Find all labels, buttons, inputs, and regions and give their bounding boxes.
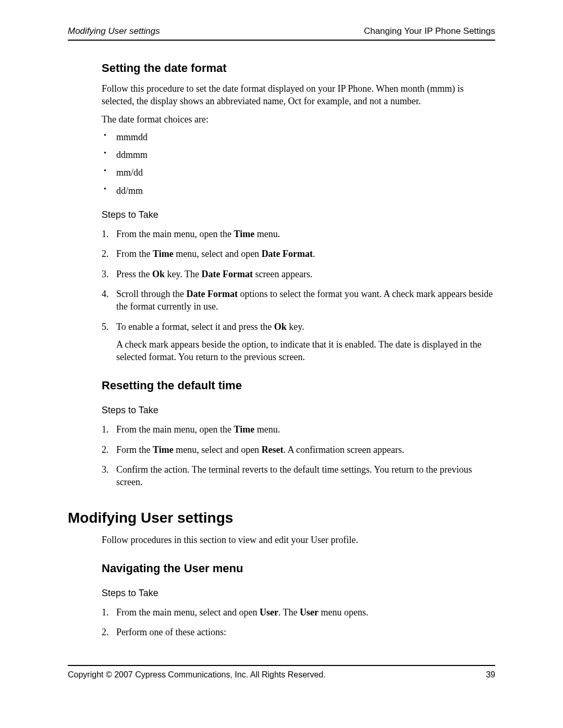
steps-list: From the main menu, open the Time menu. … [102,228,495,363]
document-page: Modifying User settings Changing Your IP… [0,0,563,700]
page-header: Modifying User settings Changing Your IP… [68,26,495,41]
step-item: Scroll through the Date Format options t… [102,288,495,313]
header-left: Modifying User settings [68,26,160,36]
step-item: From the Time menu, select and open Date… [102,248,495,260]
list-item: dd/mm [102,184,495,197]
list-item: mmmdd [102,131,495,143]
heading-setting-date-format: Setting the date format [102,61,495,75]
step-item: Press the Ok key. The Date Format screen… [102,268,495,280]
header-right: Changing Your IP Phone Settings [364,26,495,36]
content-body: Setting the date format Follow this proc… [68,61,495,639]
steps-to-take-heading: Steps to Take [102,588,495,599]
step-item: Form the Time menu, select and open Rese… [102,443,495,456]
footer-page-number: 39 [486,670,495,680]
steps-to-take-heading: Steps to Take [102,209,495,220]
list-item: ddmmm [102,149,495,161]
paragraph: The date format choices are: [102,113,495,126]
step-item: From the main menu, open the Time menu. [102,423,495,436]
step-item: From the main menu, select and open User… [102,606,495,619]
footer-copyright: Copyright © 2007 Cypress Communications,… [68,670,326,680]
step-item: Perform one of these actions: [102,626,495,638]
step-sub-paragraph: A check mark appears beside the option, … [116,338,495,364]
heading-navigating-user-menu: Navigating the User menu [102,562,495,575]
step-item: To enable a format, select it and press … [102,320,495,364]
page-footer: Copyright © 2007 Cypress Communications,… [68,665,495,680]
steps-list: From the main menu, select and open User… [102,606,495,639]
steps-to-take-heading: Steps to Take [102,405,495,416]
paragraph: Follow procedures in this section to vie… [102,534,495,546]
heading-resetting-default-time: Resetting the default time [102,379,495,392]
steps-list: From the main menu, open the Time menu. … [102,423,495,488]
step-item: From the main menu, open the Time menu. [102,228,495,240]
date-format-choices-list: mmmdd ddmmm mm/dd dd/mm [102,131,495,197]
list-item: mm/dd [102,166,495,179]
step-item: Confirm the action. The terminal reverts… [102,463,495,489]
paragraph: Follow this procedure to set the date fo… [102,82,495,108]
heading-modifying-user-settings: Modifying User settings [68,510,495,526]
